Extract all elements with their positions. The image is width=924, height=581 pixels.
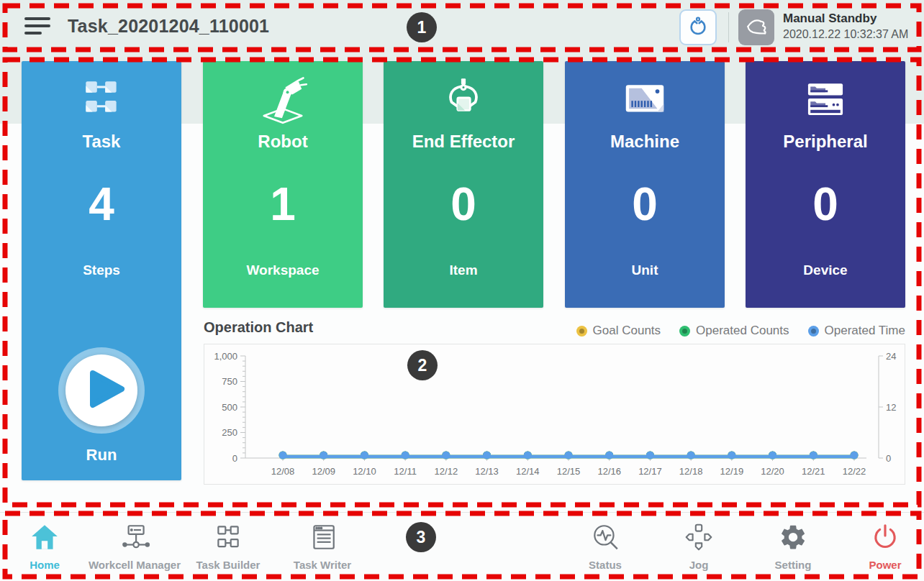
card-unit: Item bbox=[384, 262, 543, 278]
gripper-icon bbox=[686, 14, 710, 41]
nav-label: Power bbox=[869, 559, 901, 571]
svg-text:500: 500 bbox=[222, 402, 237, 413]
svg-text:12/18: 12/18 bbox=[679, 466, 703, 477]
header-divider bbox=[728, 12, 729, 42]
svg-text:1,000: 1,000 bbox=[214, 351, 237, 362]
nav-label: Task Builder bbox=[196, 559, 261, 571]
svg-text:12/20: 12/20 bbox=[761, 466, 784, 477]
legend-dot-yellow bbox=[576, 326, 587, 337]
legend-dot-blue bbox=[808, 326, 819, 337]
card-count: 0 bbox=[565, 178, 725, 231]
card-end-effector[interactable]: End Effector 0 Item bbox=[384, 61, 543, 308]
task-builder-icon bbox=[212, 522, 244, 555]
card-title: Peripheral bbox=[746, 132, 905, 152]
run-button[interactable] bbox=[58, 347, 145, 434]
nav-item-task-writer[interactable]: Task Writer bbox=[265, 513, 380, 581]
svg-text:0: 0 bbox=[886, 453, 891, 464]
manual-hand-icon bbox=[743, 13, 769, 42]
legend-label: Operated Counts bbox=[696, 324, 789, 338]
svg-text:12/13: 12/13 bbox=[475, 466, 499, 477]
machine-icon bbox=[565, 71, 725, 127]
svg-text:12/16: 12/16 bbox=[597, 466, 621, 477]
card-title: Robot bbox=[203, 132, 363, 152]
svg-text:12/10: 12/10 bbox=[353, 466, 376, 477]
nav-label: Setting bbox=[775, 559, 812, 571]
card-machine[interactable]: Machine 0 Unit bbox=[565, 61, 725, 308]
gripper-button[interactable] bbox=[679, 9, 717, 45]
card-unit: Device bbox=[746, 262, 905, 278]
card-unit: Steps bbox=[22, 262, 181, 278]
robot-mode-status: Manual Standby bbox=[783, 11, 920, 27]
jog-dpad-icon bbox=[683, 522, 715, 555]
task-icon bbox=[22, 71, 181, 127]
end-effector-gripper-icon bbox=[384, 71, 543, 127]
svg-text:12/08: 12/08 bbox=[271, 466, 295, 477]
hamburger-menu-button[interactable] bbox=[24, 16, 53, 39]
legend-label: Goal Counts bbox=[593, 324, 661, 338]
robot-mode-tile[interactable] bbox=[738, 9, 774, 45]
card-count: 0 bbox=[384, 178, 543, 231]
legend-item-operated-counts: Operated Counts bbox=[679, 324, 789, 338]
card-count: 4 bbox=[22, 178, 181, 231]
legend-item-goal-counts: Goal Counts bbox=[576, 324, 661, 338]
svg-text:12: 12 bbox=[886, 402, 896, 413]
peripheral-server-icon bbox=[746, 71, 905, 127]
svg-text:12/19: 12/19 bbox=[720, 466, 744, 477]
svg-text:24: 24 bbox=[886, 351, 896, 362]
play-icon bbox=[65, 353, 137, 428]
card-title: Machine bbox=[565, 132, 725, 152]
card-count: 0 bbox=[746, 178, 905, 231]
nav-label: Status bbox=[589, 559, 622, 571]
home-icon bbox=[29, 522, 60, 555]
operation-chart: 02505007501,00012/0812/0912/1012/1112/12… bbox=[204, 344, 905, 485]
card-robot[interactable]: Robot 1 Workspace bbox=[203, 61, 363, 308]
card-title: End Effector bbox=[384, 132, 543, 152]
workcell-manager-icon bbox=[119, 522, 150, 555]
svg-text:12/15: 12/15 bbox=[557, 466, 581, 477]
status-icon bbox=[589, 522, 621, 555]
card-peripheral[interactable]: Peripheral 0 Device bbox=[746, 61, 905, 308]
nav-label: Home bbox=[30, 559, 60, 571]
legend-dot-green bbox=[679, 326, 690, 337]
status-block: Manual Standby 2020.12.22 10:32:37 AM bbox=[783, 11, 920, 42]
nav-label: Task Writer bbox=[294, 559, 351, 571]
chart-title: Operation Chart bbox=[204, 319, 313, 336]
svg-text:0: 0 bbox=[232, 453, 237, 464]
card-count: 1 bbox=[203, 178, 363, 231]
nav-item-power[interactable]: Power bbox=[828, 513, 924, 581]
legend-label: Operated Time bbox=[825, 324, 905, 338]
setting-gear-icon bbox=[777, 522, 809, 555]
card-unit: Unit bbox=[565, 262, 725, 278]
svg-text:12/17: 12/17 bbox=[638, 466, 662, 477]
svg-text:12/21: 12/21 bbox=[802, 466, 825, 477]
card-title: Task bbox=[22, 132, 181, 152]
nav-label: Workcell Manager bbox=[89, 559, 181, 571]
page-title: Task_20201204_110001 bbox=[68, 16, 269, 37]
run-label: Run bbox=[22, 446, 181, 465]
card-task[interactable]: Task 4 Steps Run bbox=[22, 61, 181, 480]
bottom-nav: Home Workcell Manager bbox=[0, 512, 924, 581]
status-datetime: 2020.12.22 10:32:37 AM bbox=[783, 27, 920, 42]
header: Task_20201204_110001 Manual Standby 2020… bbox=[0, 0, 924, 55]
svg-text:12/11: 12/11 bbox=[394, 466, 417, 477]
svg-text:750: 750 bbox=[222, 376, 237, 387]
robot-arm-icon bbox=[203, 71, 363, 127]
task-writer-icon bbox=[307, 522, 338, 555]
svg-text:12/12: 12/12 bbox=[435, 466, 458, 477]
svg-text:250: 250 bbox=[222, 427, 237, 438]
nav-label: Jog bbox=[689, 559, 709, 571]
chart-canvas: 02505007501,00012/0812/0912/1012/1112/12… bbox=[204, 344, 905, 484]
power-icon bbox=[869, 522, 901, 555]
card-unit: Workspace bbox=[203, 262, 363, 278]
chart-legend: Goal Counts Operated Counts Operated Tim… bbox=[576, 324, 905, 338]
svg-text:12/22: 12/22 bbox=[843, 466, 866, 477]
svg-text:12/14: 12/14 bbox=[516, 466, 540, 477]
legend-item-operated-time: Operated Time bbox=[808, 324, 905, 338]
svg-text:12/09: 12/09 bbox=[312, 466, 335, 477]
